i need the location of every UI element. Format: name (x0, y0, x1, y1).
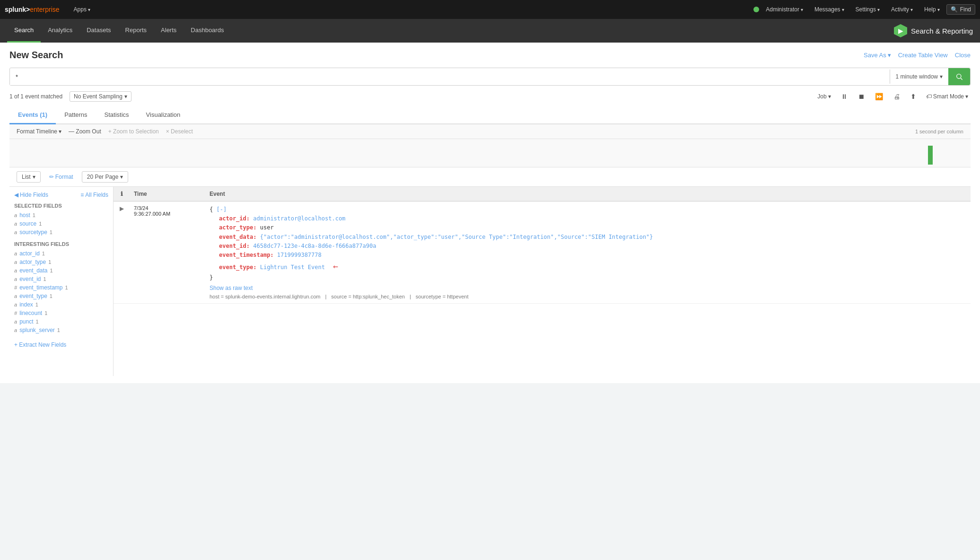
tab-visualization[interactable]: Visualization (138, 106, 189, 124)
tab-datasets[interactable]: Datasets (79, 19, 118, 43)
print-button[interactable]: 🖨 (891, 91, 903, 102)
search-input[interactable] (10, 69, 890, 85)
field-actor-type[interactable]: a actor_type 1 (14, 258, 108, 266)
field-index[interactable]: a index 1 (14, 300, 108, 309)
svg-line-1 (961, 78, 962, 80)
close-button[interactable]: Close (955, 52, 971, 59)
second-navigation: Search Analytics Datasets Reports Alerts… (0, 19, 980, 43)
help-menu[interactable]: Help ▾ (919, 0, 945, 19)
hide-fields-icon: ◀ (14, 192, 18, 198)
format-timeline-button[interactable]: Format Timeline ▾ (17, 128, 61, 135)
svg-point-0 (957, 74, 961, 79)
zoom-selection-button[interactable]: + Zoom to Selection (108, 128, 159, 135)
field-actor-id[interactable]: a actor_id 1 (14, 249, 108, 258)
topnav-right: Administrator ▾ Messages ▾ Settings ▾ Ac… (753, 0, 975, 19)
all-fields-button[interactable]: ≡ All Fields (80, 192, 108, 198)
events-table-header: ℹ Time Event (114, 187, 971, 201)
page-header: New Search Save As ▾ Create Table View C… (9, 50, 971, 61)
field-splunk-server[interactable]: a splunk_server 1 (14, 326, 108, 334)
event-json: { [-] actor_id: administrator@localhost.… (210, 205, 967, 282)
format-button[interactable]: ✏ Format (45, 172, 77, 182)
admin-menu[interactable]: Administrator ▾ (761, 0, 808, 19)
per-page-chevron-icon: ▾ (120, 174, 123, 180)
interesting-fields-title: INTERESTING FIELDS (14, 241, 108, 247)
hide-fields-button[interactable]: ◀ Hide Fields (14, 192, 48, 198)
timeline-scale: 1 second per column (915, 129, 963, 134)
field-event-type[interactable]: a event_type 1 (14, 292, 108, 300)
settings-chevron-icon: ▾ (877, 7, 880, 12)
create-table-view-button[interactable]: Create Table View (898, 52, 948, 59)
help-chevron-icon: ▾ (937, 7, 940, 12)
tab-search[interactable]: Search (7, 19, 41, 43)
tab-patterns[interactable]: Patterns (56, 106, 96, 124)
annotation-arrow-icon: ← (333, 260, 338, 273)
search-icon (955, 73, 963, 80)
apps-menu[interactable]: Apps ▾ (69, 0, 95, 19)
time-picker[interactable]: 1 minute window ▾ (890, 70, 948, 84)
results-area: ◀ Hide Fields ≡ All Fields SELECTED FIEL… (9, 187, 971, 376)
search-reporting-brand: ▶ Search & Reporting (894, 24, 973, 37)
tab-analytics[interactable]: Analytics (41, 19, 79, 43)
job-button[interactable]: Job ▾ (815, 92, 833, 101)
header-actions: Save As ▾ Create Table View Close (864, 52, 971, 59)
main-content: New Search Save As ▾ Create Table View C… (0, 43, 980, 383)
all-fields-icon: ≡ (80, 192, 84, 198)
apps-chevron-icon: ▾ (88, 7, 90, 12)
smart-mode-icon: 🏷 (926, 93, 932, 100)
tab-reports[interactable]: Reports (118, 19, 154, 43)
event-metadata: host = splunk-demo-events.internal.light… (210, 294, 967, 299)
format-pencil-icon: ✏ (49, 174, 54, 180)
tab-dashboards[interactable]: Dashboards (184, 19, 231, 43)
list-chevron-icon: ▾ (33, 174, 35, 180)
save-as-button[interactable]: Save As ▾ (864, 52, 891, 59)
header-event-col: Event (206, 187, 971, 201)
event-toggle-button[interactable]: ▶ (114, 201, 130, 303)
event-content: { [-] actor_id: administrator@localhost.… (206, 201, 971, 303)
field-host[interactable]: a host 1 (14, 211, 108, 219)
topnav-left: splunk> enterprise Apps ▾ (5, 0, 753, 19)
pause-button[interactable]: ⏸ (838, 91, 850, 102)
zoom-out-button[interactable]: — Zoom Out (69, 128, 101, 135)
extract-fields-link[interactable]: + Extract New Fields (14, 341, 108, 348)
status-bar: 1 of 1 event matched No Event Sampling ▾… (9, 91, 971, 102)
smart-mode-button[interactable]: 🏷 Smart Mode ▾ (924, 92, 971, 101)
settings-menu[interactable]: Settings ▾ (851, 0, 884, 19)
field-punct[interactable]: a punct 1 (14, 317, 108, 326)
list-dropdown-button[interactable]: List ▾ (17, 171, 41, 183)
tab-statistics[interactable]: Statistics (96, 106, 138, 124)
stop-button[interactable]: ⏹ (855, 91, 867, 102)
search-button[interactable] (948, 68, 970, 85)
show-raw-text-link[interactable]: Show as raw text (210, 285, 253, 291)
tab-events[interactable]: Events (1) (9, 106, 56, 124)
job-chevron-icon: ▾ (828, 93, 831, 100)
sidebar-header: ◀ Hide Fields ≡ All Fields (14, 192, 108, 198)
secondnav-left: Search Analytics Datasets Reports Alerts… (7, 19, 231, 43)
top-navigation: splunk> enterprise Apps ▾ Administrator … (0, 0, 980, 19)
deselect-button[interactable]: × Deselect (166, 128, 193, 135)
field-linecount[interactable]: # linecount 1 (14, 309, 108, 317)
admin-chevron-icon: ▾ (801, 7, 803, 12)
field-event-id[interactable]: a event_id 1 (14, 275, 108, 283)
share-button[interactable]: ⬆ (908, 91, 919, 102)
messages-menu[interactable]: Messages ▾ (810, 0, 849, 19)
save-as-chevron-icon: ▾ (888, 52, 891, 59)
status-indicator-icon (753, 7, 759, 12)
global-search-box[interactable]: 🔍 Find (946, 4, 975, 15)
field-event-data[interactable]: a event_data 1 (14, 266, 108, 275)
brand-logo[interactable]: splunk> enterprise (5, 6, 60, 13)
activity-chevron-icon: ▾ (910, 7, 913, 12)
secondnav-right: ▶ Search & Reporting (894, 24, 973, 37)
activity-menu[interactable]: Activity ▾ (886, 0, 918, 19)
field-sourcetype[interactable]: a sourcetype 1 (14, 228, 108, 236)
field-event-timestamp[interactable]: # event_timestamp 1 (14, 283, 108, 292)
timeline-chart[interactable] (9, 139, 971, 167)
search-reporting-icon: ▶ (894, 24, 907, 37)
per-page-dropdown-button[interactable]: 20 Per Page ▾ (82, 171, 129, 183)
sampling-button[interactable]: No Event Sampling ▾ (70, 91, 131, 102)
tab-alerts[interactable]: Alerts (154, 19, 184, 43)
smart-mode-chevron-icon: ▾ (965, 93, 968, 100)
brand-splunk: splunk> (5, 6, 30, 13)
source-meta: source = http:splunk_hec_token (331, 294, 405, 299)
forward-button[interactable]: ⏩ (872, 91, 886, 102)
field-source[interactable]: a source 1 (14, 219, 108, 228)
